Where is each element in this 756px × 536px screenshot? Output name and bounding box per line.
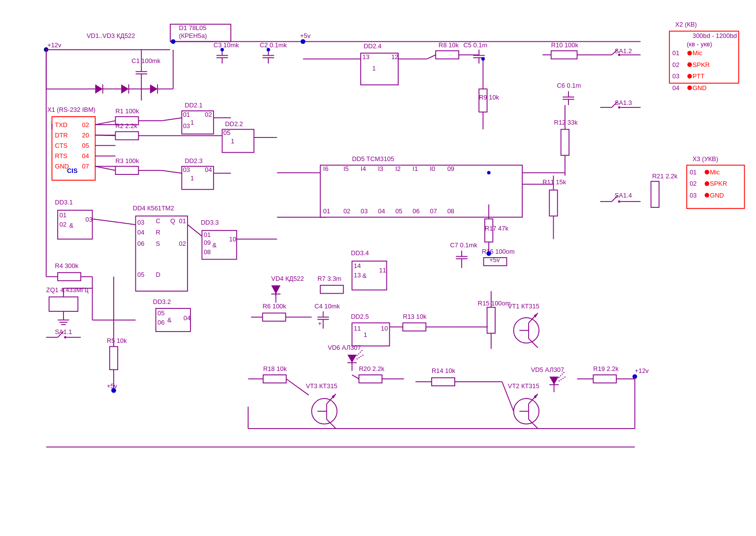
x3-p02-spkr: SPKR	[710, 180, 727, 188]
kv-ukv: (кв - укв)	[687, 40, 712, 48]
dd2-1-num: 1	[190, 119, 194, 126]
svg-point-175	[486, 251, 491, 256]
dd3-3-p08: 08	[204, 248, 211, 256]
x3-p03: 03	[690, 192, 696, 199]
x2-p01: 01	[672, 50, 679, 57]
x2-p03: 03	[672, 72, 679, 80]
plus12v-label: +12v	[47, 41, 62, 49]
svg-point-226	[481, 57, 485, 61]
x1-label: X1 (RS-232 IBM)	[47, 106, 95, 113]
c6-label: C6 0.1m	[557, 82, 581, 89]
svg-point-107	[705, 193, 709, 198]
x1-rts-num: 04	[82, 152, 89, 160]
dd4-c: C	[156, 217, 160, 225]
vt3-label: VT3 КТ315	[306, 382, 337, 390]
dd5-bp06: 06	[412, 207, 419, 215]
vd6-label: VD6 АЛ307	[328, 344, 361, 351]
dd4-d: D	[156, 271, 160, 278]
svg-point-105	[705, 170, 709, 174]
dd5-p09: 09	[447, 165, 454, 172]
x3-p02: 02	[690, 180, 696, 188]
x2-p02: 02	[672, 61, 679, 68]
dd5-p12: I2	[395, 165, 401, 172]
dd2-3-pin04: 04	[205, 166, 212, 173]
dd2-5-num: 1	[364, 331, 367, 338]
dd5-p13: I3	[378, 165, 383, 172]
r5-label: R5 10k	[107, 337, 127, 344]
dd2-3-pin03: 03	[183, 166, 190, 173]
dd4-r: R	[156, 229, 160, 236]
x3-p03-gnd: GND	[710, 192, 724, 199]
svg-point-130	[64, 336, 66, 338]
svg-point-103	[687, 85, 692, 90]
r17-label: R17 47k	[485, 225, 509, 232]
dd5-bp02: 02	[344, 207, 350, 215]
sa1-2-label: SA1.2	[615, 47, 632, 55]
r3-label: R3 100k	[116, 157, 140, 165]
dd5-bp03: 03	[361, 207, 368, 215]
svg-rect-0	[0, 14, 756, 522]
r13-label: R13 10k	[403, 313, 427, 320]
svg-point-225	[267, 48, 270, 51]
dd2-2-num: 1	[231, 137, 234, 145]
dd2-2-pin: 05	[223, 129, 230, 136]
vd4-label: VD4 КД522	[271, 275, 304, 282]
svg-point-224	[220, 48, 224, 51]
vt2-label: VT2 КТ315	[508, 382, 539, 390]
dd3-3-sym: &	[212, 241, 217, 249]
plus12v-bot-label: +12v	[635, 367, 649, 374]
dd3-3-p10: 10	[229, 235, 236, 243]
dd5-p16: I6	[323, 165, 329, 172]
dd3-1-sym: &	[69, 222, 74, 229]
r20-label: R20 2.2k	[359, 365, 384, 372]
svg-point-101	[687, 63, 692, 67]
c3-label: C3 10mk	[214, 41, 239, 49]
dd5-bp07: 07	[430, 207, 437, 215]
dd5-label: DD5 TCM3105	[352, 155, 394, 163]
dd4-p04: 04	[137, 229, 144, 236]
x1-txd-num: 02	[82, 121, 89, 129]
sa1-3-label: SA1.3	[615, 99, 632, 106]
c4-plus: +	[318, 320, 322, 327]
r12-label: R12 33k	[554, 119, 578, 126]
r8-label: R8 10k	[439, 41, 459, 49]
dd3-4-label: DD3.4	[351, 249, 369, 257]
dd2-5-p10: 10	[381, 325, 388, 332]
dd3-1-label: DD3.1	[55, 199, 73, 206]
svg-point-223	[171, 39, 175, 44]
x2-p03-ptt: PTT	[693, 72, 704, 80]
x3-label: X3 (УКВ)	[693, 155, 718, 163]
kreh5a-label: (КРЕН5а)	[179, 32, 207, 39]
r4-label: R4 300k	[55, 262, 79, 269]
svg-point-94	[618, 106, 621, 109]
x2-p01-mic: Mic	[693, 50, 703, 57]
dd3-2-sym: &	[167, 316, 172, 324]
dd5-p15: I5	[344, 165, 349, 172]
dd3-1-p01: 01	[60, 211, 66, 219]
svg-point-228	[111, 388, 116, 393]
dd5-p11: I1	[412, 165, 418, 172]
r6-label: R6 100k	[262, 302, 286, 310]
dd5-p10: I0	[430, 165, 436, 172]
dd5-bp01: 01	[323, 207, 330, 215]
dd3-2-label: DD3.2	[153, 298, 171, 305]
dd3-4-sym: &	[362, 272, 367, 279]
sa1-4-label: SA1.4	[615, 192, 632, 199]
c7-label: C7 0.1mk	[450, 241, 478, 249]
dd2-3-label: DD2.3	[185, 157, 202, 165]
dd4-p01: 01	[179, 217, 186, 225]
dd2-5-p11: 11	[354, 325, 361, 332]
x2-p02-spkr: SPKR	[693, 61, 710, 68]
c2-label: C2 0.1mk	[260, 41, 287, 49]
svg-line-46	[95, 135, 115, 135]
dd2-1-pin03: 03	[183, 122, 190, 130]
dd4-p02: 02	[179, 240, 186, 247]
x3-p01-mic: Mic	[710, 168, 720, 176]
dd3-2-p06: 06	[158, 319, 164, 326]
dd3-1-p03: 03	[86, 216, 93, 223]
dd2-4-num: 1	[372, 65, 376, 72]
baud-rate: 300bd - 1200bd	[693, 32, 737, 39]
dd2-2-label: DD2.2	[225, 120, 243, 128]
dd2-4-pin12: 12	[391, 53, 398, 61]
dd4-label: DD4 К561ТМ2	[133, 204, 174, 212]
